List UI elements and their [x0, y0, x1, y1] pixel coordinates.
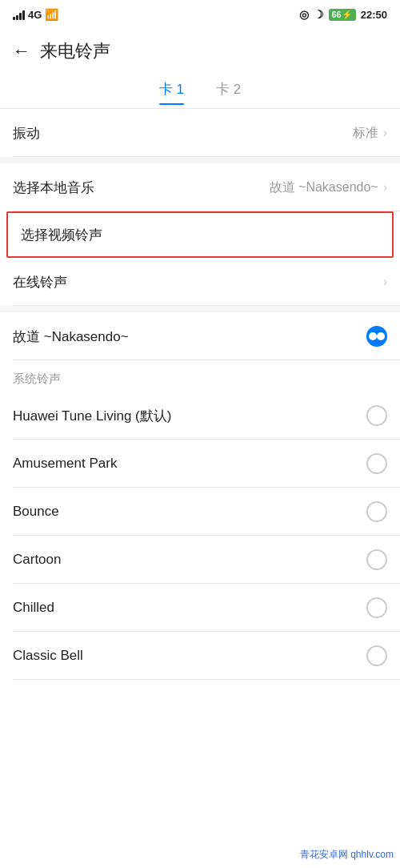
- vibrate-item[interactable]: 振动 标准 ›: [0, 109, 400, 157]
- vibrate-chevron: ›: [383, 126, 387, 140]
- eye-icon: ◎: [299, 8, 309, 21]
- ringtone-radio-1[interactable]: [366, 453, 387, 474]
- video-ringtone-item[interactable]: 选择视频铃声: [6, 211, 394, 258]
- online-ringtone-chevron: ›: [383, 275, 387, 289]
- tab-bar: 卡 1 卡 2: [0, 74, 400, 105]
- ringtone-label-2: Bounce: [13, 504, 59, 520]
- local-music-value: 故道 ~Nakasendo~ ›: [270, 179, 387, 196]
- signal-icon: [13, 9, 25, 20]
- settings-list: 振动 标准 › 选择本地音乐 故道 ~Nakasendo~ › 选择视频铃声 在…: [0, 109, 400, 306]
- carrier-label: 4G: [28, 9, 42, 21]
- ringtone-item-3[interactable]: Cartoon: [0, 536, 400, 584]
- ringtone-label-5: Classic Bell: [13, 648, 83, 664]
- status-bar: 4G 📶 ◎ ☽ 66⚡ 22:50: [0, 0, 400, 29]
- local-music-item[interactable]: 选择本地音乐 故道 ~Nakasendo~ ›: [0, 163, 400, 211]
- ringtone-label-3: Cartoon: [13, 552, 61, 568]
- video-ringtone-label: 选择视频铃声: [21, 226, 102, 244]
- local-music-chevron: ›: [383, 180, 387, 195]
- ringtone-item-5[interactable]: Classic Bell: [0, 632, 400, 680]
- wifi-icon: 📶: [45, 8, 58, 21]
- tab-card1[interactable]: 卡 1: [159, 80, 184, 105]
- current-ringtone-item[interactable]: 故道 ~Nakasendo~: [0, 312, 400, 360]
- header: ← 来电铃声: [0, 29, 400, 74]
- system-ringtones-label: 系统铃声: [0, 360, 400, 392]
- online-ringtone-item[interactable]: 在线铃声 ›: [0, 258, 400, 306]
- ringtone-item-4[interactable]: Chilled: [0, 584, 400, 632]
- current-ringtone-radio[interactable]: [366, 326, 387, 347]
- watermark: 青花安卓网 qhhlv.com: [300, 848, 394, 862]
- moon-icon: ☽: [314, 8, 324, 21]
- page-title: 来电铃声: [40, 39, 110, 63]
- online-ringtone-value: ›: [382, 275, 387, 289]
- online-ringtone-label: 在线铃声: [13, 273, 67, 291]
- ringtone-item-0[interactable]: Huawei Tune Living (默认): [0, 392, 400, 440]
- battery-icon: 66⚡: [329, 9, 356, 21]
- status-right: ◎ ☽ 66⚡ 22:50: [299, 8, 388, 21]
- ringtone-radio-5[interactable]: [366, 645, 387, 666]
- ringtone-label-1: Amusement Park: [13, 456, 117, 472]
- vibrate-label: 振动: [13, 124, 40, 143]
- ringtone-radio-0[interactable]: [366, 405, 387, 426]
- ringtone-radio-3[interactable]: [366, 549, 387, 570]
- ringtone-label-4: Chilled: [13, 600, 54, 616]
- ringtone-radio-4[interactable]: [366, 597, 387, 618]
- section-divider-2: [0, 306, 400, 312]
- local-music-label: 选择本地音乐: [13, 179, 94, 197]
- ringtone-label-0: Huawei Tune Living (默认): [13, 407, 171, 425]
- back-button[interactable]: ←: [13, 41, 30, 62]
- status-left: 4G 📶: [13, 8, 58, 21]
- vibrate-value: 标准 ›: [353, 125, 387, 142]
- ringtone-item-2[interactable]: Bounce: [0, 488, 400, 536]
- ringtone-item-1[interactable]: Amusement Park: [0, 440, 400, 488]
- section-divider-1: [0, 157, 400, 163]
- tab-card2[interactable]: 卡 2: [216, 80, 241, 105]
- ringtone-list: Huawei Tune Living (默认) Amusement Park B…: [0, 392, 400, 680]
- radio-inner-dot: [369, 332, 377, 340]
- current-ringtone-label: 故道 ~Nakasendo~: [13, 328, 129, 346]
- ringtone-radio-2[interactable]: [366, 501, 387, 522]
- time-label: 22:50: [361, 9, 387, 21]
